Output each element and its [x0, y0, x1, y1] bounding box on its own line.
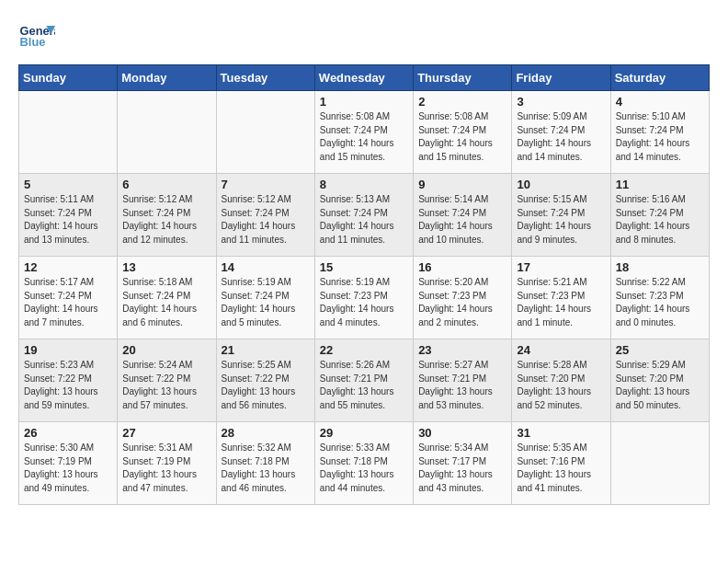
day-info: Sunrise: 5:27 AM Sunset: 7:21 PM Dayligh… [418, 359, 506, 412]
weekday-header: Saturday [610, 65, 709, 91]
day-number: 29 [320, 426, 408, 440]
day-info: Sunrise: 5:25 AM Sunset: 7:22 PM Dayligh… [222, 359, 310, 412]
day-info: Sunrise: 5:20 AM Sunset: 7:23 PM Dayligh… [418, 276, 506, 329]
day-number: 6 [122, 178, 210, 191]
calendar-cell: 24Sunrise: 5:28 AM Sunset: 7:20 PM Dayli… [512, 339, 610, 422]
day-number: 22 [320, 343, 408, 357]
day-number: 23 [418, 343, 506, 357]
calendar-cell: 3Sunrise: 5:09 AM Sunset: 7:24 PM Daylig… [512, 91, 610, 174]
day-number: 9 [418, 178, 506, 191]
calendar-cell: 23Sunrise: 5:27 AM Sunset: 7:21 PM Dayli… [414, 339, 512, 422]
calendar-cell: 1Sunrise: 5:08 AM Sunset: 7:24 PM Daylig… [314, 91, 413, 174]
day-number: 20 [122, 343, 210, 357]
calendar-week-row: 5Sunrise: 5:11 AM Sunset: 7:24 PM Daylig… [19, 174, 710, 257]
day-number: 8 [320, 178, 408, 191]
day-info: Sunrise: 5:33 AM Sunset: 7:18 PM Dayligh… [320, 442, 408, 495]
day-info: Sunrise: 5:32 AM Sunset: 7:18 PM Dayligh… [222, 442, 310, 495]
calendar-cell: 15Sunrise: 5:19 AM Sunset: 7:23 PM Dayli… [314, 257, 413, 339]
day-number: 7 [222, 178, 310, 191]
day-info: Sunrise: 5:15 AM Sunset: 7:24 PM Dayligh… [517, 193, 605, 247]
day-info: Sunrise: 5:10 AM Sunset: 7:24 PM Dayligh… [616, 110, 704, 164]
calendar-week-row: 1Sunrise: 5:08 AM Sunset: 7:24 PM Daylig… [19, 91, 710, 174]
calendar-cell: 20Sunrise: 5:24 AM Sunset: 7:22 PM Dayli… [118, 339, 216, 422]
day-info: Sunrise: 5:28 AM Sunset: 7:20 PM Dayligh… [517, 359, 605, 412]
calendar-cell: 2Sunrise: 5:08 AM Sunset: 7:24 PM Daylig… [414, 91, 512, 174]
calendar-cell: 27Sunrise: 5:31 AM Sunset: 7:19 PM Dayli… [118, 422, 216, 505]
calendar-week-row: 19Sunrise: 5:23 AM Sunset: 7:22 PM Dayli… [19, 339, 710, 422]
day-number: 16 [418, 260, 506, 274]
day-info: Sunrise: 5:24 AM Sunset: 7:22 PM Dayligh… [122, 359, 210, 412]
day-info: Sunrise: 5:11 AM Sunset: 7:24 PM Dayligh… [24, 193, 112, 247]
day-number: 18 [616, 260, 704, 274]
calendar-cell [216, 91, 314, 174]
day-number: 26 [24, 426, 112, 440]
calendar-week-row: 26Sunrise: 5:30 AM Sunset: 7:19 PM Dayli… [19, 422, 710, 505]
day-info: Sunrise: 5:22 AM Sunset: 7:23 PM Dayligh… [616, 276, 704, 329]
day-number: 1 [320, 95, 408, 109]
svg-text:Blue: Blue [20, 35, 46, 49]
day-info: Sunrise: 5:09 AM Sunset: 7:24 PM Dayligh… [517, 110, 605, 164]
weekday-header: Sunday [19, 65, 118, 91]
day-number: 15 [320, 260, 408, 274]
day-info: Sunrise: 5:31 AM Sunset: 7:19 PM Dayligh… [122, 442, 210, 495]
calendar-cell: 18Sunrise: 5:22 AM Sunset: 7:23 PM Dayli… [610, 257, 709, 339]
calendar-cell: 13Sunrise: 5:18 AM Sunset: 7:24 PM Dayli… [118, 257, 216, 339]
day-number: 4 [616, 95, 704, 109]
day-info: Sunrise: 5:12 AM Sunset: 7:24 PM Dayligh… [122, 193, 210, 247]
day-info: Sunrise: 5:34 AM Sunset: 7:17 PM Dayligh… [418, 442, 506, 495]
day-number: 21 [222, 343, 310, 357]
page-header: General Blue [18, 18, 710, 55]
day-number: 14 [222, 260, 310, 274]
calendar-cell: 7Sunrise: 5:12 AM Sunset: 7:24 PM Daylig… [216, 174, 314, 257]
day-number: 17 [517, 260, 605, 274]
calendar-body: 1Sunrise: 5:08 AM Sunset: 7:24 PM Daylig… [19, 91, 710, 505]
day-number: 30 [418, 426, 506, 440]
day-info: Sunrise: 5:26 AM Sunset: 7:21 PM Dayligh… [320, 359, 408, 412]
calendar-cell: 10Sunrise: 5:15 AM Sunset: 7:24 PM Dayli… [512, 174, 610, 257]
day-info: Sunrise: 5:12 AM Sunset: 7:24 PM Dayligh… [222, 193, 310, 247]
calendar-table: SundayMondayTuesdayWednesdayThursdayFrid… [18, 64, 710, 505]
calendar-cell: 6Sunrise: 5:12 AM Sunset: 7:24 PM Daylig… [118, 174, 216, 257]
day-number: 28 [222, 426, 310, 440]
weekday-header: Wednesday [314, 65, 413, 91]
day-number: 10 [517, 178, 605, 191]
calendar-cell: 5Sunrise: 5:11 AM Sunset: 7:24 PM Daylig… [19, 174, 118, 257]
calendar-cell [19, 91, 118, 174]
day-number: 25 [616, 343, 704, 357]
calendar-cell: 17Sunrise: 5:21 AM Sunset: 7:23 PM Dayli… [512, 257, 610, 339]
calendar-header: SundayMondayTuesdayWednesdayThursdayFrid… [19, 65, 710, 91]
day-number: 2 [418, 95, 506, 109]
logo-icon: General Blue [18, 18, 55, 55]
weekday-header: Tuesday [216, 65, 314, 91]
day-info: Sunrise: 5:35 AM Sunset: 7:16 PM Dayligh… [517, 442, 605, 495]
day-info: Sunrise: 5:23 AM Sunset: 7:22 PM Dayligh… [24, 359, 112, 412]
calendar-cell: 30Sunrise: 5:34 AM Sunset: 7:17 PM Dayli… [414, 422, 512, 505]
day-info: Sunrise: 5:08 AM Sunset: 7:24 PM Dayligh… [418, 110, 506, 164]
day-number: 19 [24, 343, 112, 357]
calendar-cell [118, 91, 216, 174]
day-number: 24 [517, 343, 605, 357]
day-info: Sunrise: 5:16 AM Sunset: 7:24 PM Dayligh… [616, 193, 704, 247]
weekday-header: Monday [118, 65, 216, 91]
day-number: 5 [24, 178, 112, 191]
calendar-cell: 12Sunrise: 5:17 AM Sunset: 7:24 PM Dayli… [19, 257, 118, 339]
calendar-cell: 11Sunrise: 5:16 AM Sunset: 7:24 PM Dayli… [610, 174, 709, 257]
calendar-cell: 4Sunrise: 5:10 AM Sunset: 7:24 PM Daylig… [610, 91, 709, 174]
calendar-cell: 25Sunrise: 5:29 AM Sunset: 7:20 PM Dayli… [610, 339, 709, 422]
day-info: Sunrise: 5:14 AM Sunset: 7:24 PM Dayligh… [418, 193, 506, 247]
day-info: Sunrise: 5:30 AM Sunset: 7:19 PM Dayligh… [24, 442, 112, 495]
calendar-cell: 19Sunrise: 5:23 AM Sunset: 7:22 PM Dayli… [19, 339, 118, 422]
day-number: 3 [517, 95, 605, 109]
calendar-cell: 16Sunrise: 5:20 AM Sunset: 7:23 PM Dayli… [414, 257, 512, 339]
weekday-header: Friday [512, 65, 610, 91]
day-info: Sunrise: 5:08 AM Sunset: 7:24 PM Dayligh… [320, 110, 408, 164]
day-info: Sunrise: 5:13 AM Sunset: 7:24 PM Dayligh… [320, 193, 408, 247]
calendar-cell: 26Sunrise: 5:30 AM Sunset: 7:19 PM Dayli… [19, 422, 118, 505]
calendar-cell: 21Sunrise: 5:25 AM Sunset: 7:22 PM Dayli… [216, 339, 314, 422]
day-info: Sunrise: 5:19 AM Sunset: 7:24 PM Dayligh… [222, 276, 310, 329]
calendar-cell: 31Sunrise: 5:35 AM Sunset: 7:16 PM Dayli… [512, 422, 610, 505]
calendar-cell: 28Sunrise: 5:32 AM Sunset: 7:18 PM Dayli… [216, 422, 314, 505]
day-info: Sunrise: 5:19 AM Sunset: 7:23 PM Dayligh… [320, 276, 408, 329]
calendar-cell: 22Sunrise: 5:26 AM Sunset: 7:21 PM Dayli… [314, 339, 413, 422]
day-number: 12 [24, 260, 112, 274]
